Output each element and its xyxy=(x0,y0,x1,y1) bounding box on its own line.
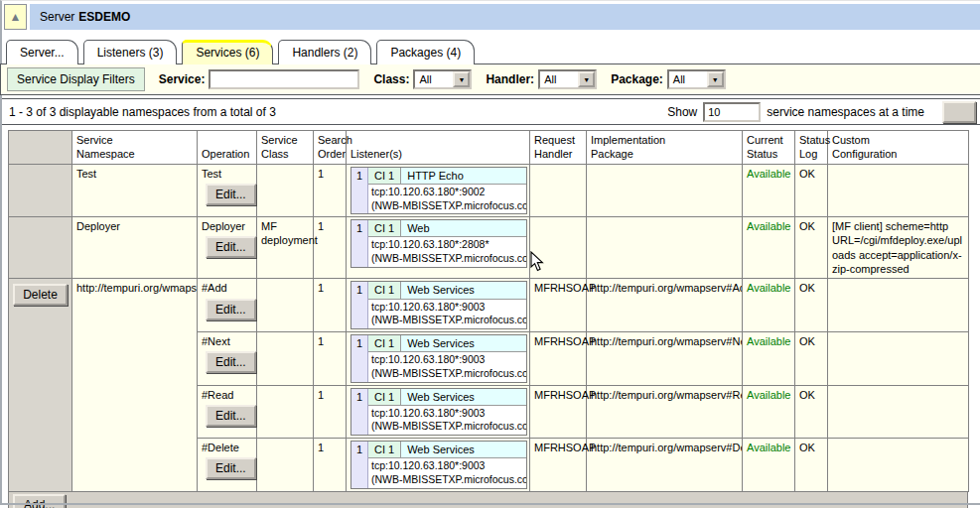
package-filter-label: Package: xyxy=(611,72,663,86)
chevron-down-icon[interactable]: ▼ xyxy=(578,71,595,87)
package-filter-value: All xyxy=(669,71,707,87)
mouse-cursor-icon xyxy=(530,251,544,272)
chevron-down-icon[interactable]: ▼ xyxy=(453,71,470,87)
tab-listeners-3[interactable]: Listeners (3) xyxy=(83,40,178,64)
tab-services-6[interactable]: Services (6) xyxy=(182,40,273,64)
tab-packages-4[interactable]: Packages (4) xyxy=(376,40,475,64)
package-filter-select[interactable]: All ▼ xyxy=(667,69,726,89)
handler-filter-label: Handler: xyxy=(486,72,534,86)
tab-bar: Server...Listeners (3)Services (6)Handle… xyxy=(6,39,980,64)
class-filter-select[interactable]: All ▼ xyxy=(413,69,472,89)
tab-server[interactable]: Server... xyxy=(6,40,78,64)
class-filter-value: All xyxy=(415,71,453,87)
handler-filter-value: All xyxy=(540,71,578,87)
service-filter-input[interactable] xyxy=(209,69,359,89)
chevron-down-icon[interactable]: ▼ xyxy=(707,71,724,87)
filter-panel: Service Display Filters Service: Class: … xyxy=(0,64,980,95)
filter-panel-title: Service Display Filters xyxy=(7,67,145,91)
handler-filter-select[interactable]: All ▼ xyxy=(538,69,597,89)
tab-handlers-2[interactable]: Handlers (2) xyxy=(278,40,371,64)
service-filter-label: Service: xyxy=(159,72,206,86)
class-filter-label: Class: xyxy=(373,72,409,86)
